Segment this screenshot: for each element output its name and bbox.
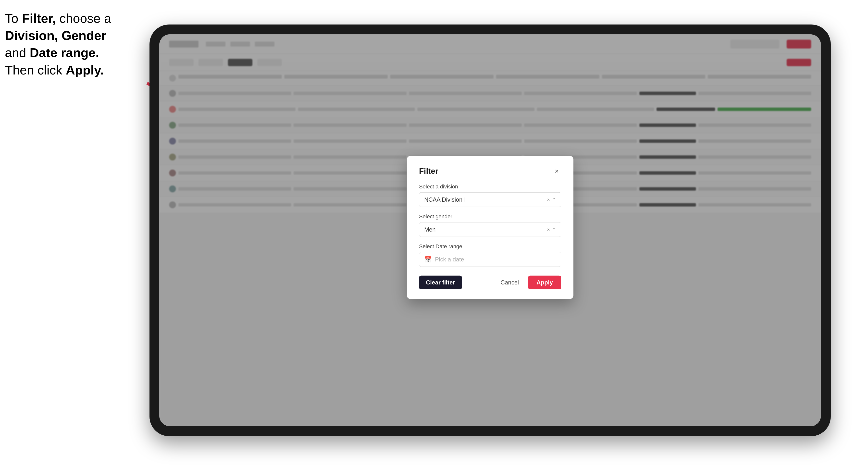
gender-group: Select gender Men × ⌃ (419, 213, 561, 237)
date-range-input[interactable]: 📅 Pick a date (419, 252, 561, 267)
gender-clear-icon[interactable]: × (547, 227, 550, 232)
close-icon: × (555, 167, 559, 175)
close-button[interactable]: × (552, 166, 561, 176)
gender-select[interactable]: Men × ⌃ (419, 222, 561, 237)
calendar-icon: 📅 (424, 256, 432, 263)
division-chevron-icon: ⌃ (552, 197, 556, 203)
modal-header: Filter × (419, 166, 561, 176)
division-label: Select a division (419, 184, 561, 190)
tablet-frame: Filter × Select a division NCAA Division… (150, 25, 831, 436)
filter-bold: Filter, (22, 11, 56, 26)
footer-right-buttons: Cancel Apply (494, 276, 561, 289)
division-select[interactable]: NCAA Division I × ⌃ (419, 192, 561, 207)
filter-modal: Filter × Select a division NCAA Division… (407, 156, 574, 299)
division-group: Select a division NCAA Division I × ⌃ (419, 184, 561, 207)
modal-footer: Clear filter Cancel Apply (419, 276, 561, 289)
gender-chevron-icon: ⌃ (552, 227, 556, 232)
gender-label: Select gender (419, 213, 561, 220)
apply-bold: Apply. (66, 63, 104, 77)
modal-title: Filter (419, 166, 438, 176)
date-range-group: Select Date range 📅 Pick a date (419, 243, 561, 267)
tablet-screen: Filter × Select a division NCAA Division… (159, 34, 821, 426)
date-range-bold: Date range. (30, 45, 99, 60)
division-value: NCAA Division I (424, 196, 547, 203)
apply-button[interactable]: Apply (528, 276, 561, 289)
division-gender-bold: Division, Gender (5, 28, 106, 43)
date-placeholder: Pick a date (435, 256, 464, 263)
instruction-text: To Filter, choose a Division, Gender and… (5, 10, 147, 79)
date-range-label: Select Date range (419, 243, 561, 250)
gender-value: Men (424, 226, 547, 233)
division-clear-icon[interactable]: × (547, 197, 550, 203)
clear-filter-button[interactable]: Clear filter (419, 276, 462, 289)
cancel-button[interactable]: Cancel (494, 276, 526, 289)
